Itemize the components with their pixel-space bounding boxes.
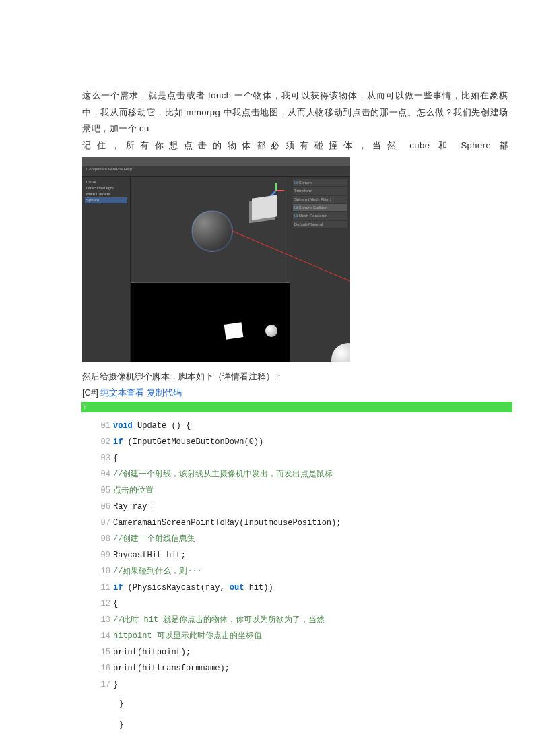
closing-brace-1: } [120,693,508,714]
code-block: 01void Update () {02if (InputGetMouseBut… [82,418,508,693]
plaintext-link[interactable]: 纯文本查看 [100,387,144,398]
inspector-panel: Sphere Transform Sphere (Mesh Filter) Sp… [290,177,350,362]
paragraph-2: 记住，所有你想点击的物体都必须有碰撞体，当然 cube 和 Sphere 都 [82,137,508,154]
game-sphere-icon [265,325,277,337]
closing-brace-2: } [120,714,508,734]
caption-text: 然后给摄像机绑个脚本，脚本如下（详情看注释）： [82,369,508,384]
unity-menubar: Component Window Help [82,166,350,177]
scene-view [131,177,290,282]
unity-screenshot: Component Window Help Cube Directional l… [82,157,350,362]
language-bracket: [C#] [82,387,98,398]
game-cube-icon [224,322,244,339]
hierarchy-panel: Cube Directional light Main Camera Spher… [82,177,131,362]
copy-code-link[interactable]: 复制代码 [147,387,182,398]
paragraph-1: 这么一个需求，就是点击或者 touch 一个物体，我可以获得该物体，从而可以做一… [82,88,508,137]
scene-cube-icon [252,195,277,220]
scene-sphere-icon [191,210,233,252]
game-view [131,282,290,362]
green-bar: ? [81,402,512,412]
